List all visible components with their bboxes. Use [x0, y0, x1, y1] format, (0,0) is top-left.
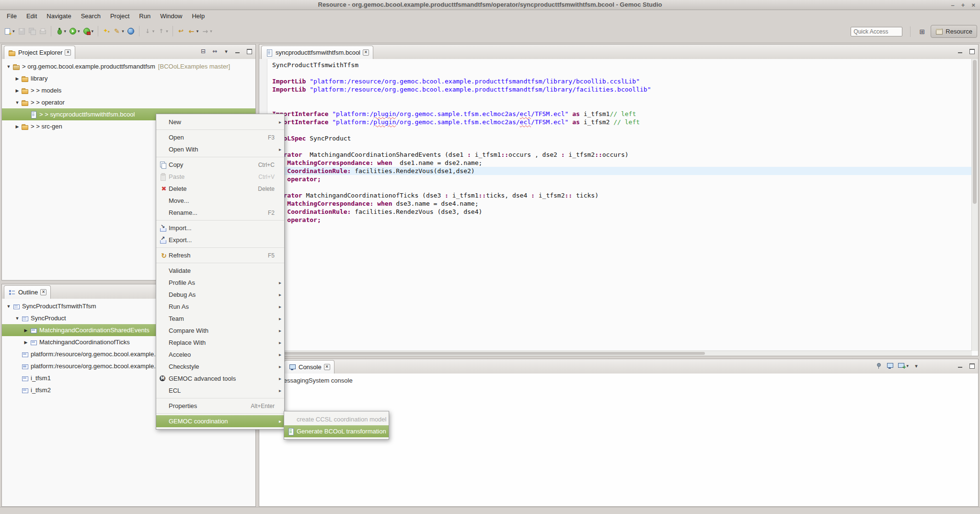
dropdown-arrow-icon[interactable]: ▾ — [196, 29, 199, 34]
menubar-file[interactable]: File — [2, 11, 22, 21]
scrollbar-thumb[interactable] — [973, 60, 977, 204]
close-tab-icon[interactable]: × — [40, 289, 46, 295]
pin-console-button[interactable] — [875, 362, 882, 370]
tab-outline[interactable]: Outline × — [4, 285, 51, 299]
menubar-search[interactable]: Search — [76, 11, 105, 21]
debug-button[interactable]: ▾ — [54, 25, 68, 37]
run-external-tools-button[interactable]: ▾ — [81, 25, 95, 37]
menubar-run[interactable]: Run — [134, 11, 155, 21]
menu-item-properties[interactable]: PropertiesAlt+Enter — [156, 400, 284, 412]
open-perspective-icon[interactable]: ⊞ — [918, 28, 926, 35]
menu-item-profile-as[interactable]: Profile As▸ — [156, 277, 284, 289]
new-gemoc-wizard-button[interactable] — [101, 25, 112, 37]
window-minimize-button[interactable]: – — [951, 1, 955, 9]
menubar-help[interactable]: Help — [187, 11, 209, 21]
tab-editor-syncproducttfsmwithtfsm[interactable]: syncproducttfsmwithtfsm.bcool × — [261, 46, 373, 59]
dropdown-arrow-icon[interactable]: ▾ — [906, 363, 909, 368]
menu-item-ecl[interactable]: ECL▸ — [156, 385, 284, 397]
editor-content[interactable]: SyncProductTfsmwithTfsmImportLib "platfo… — [259, 59, 978, 356]
menu-item-acceleo[interactable]: Acceleo▸ — [156, 349, 284, 361]
close-tab-icon[interactable]: × — [363, 49, 369, 56]
editor-vertical-scrollbar[interactable] — [971, 59, 978, 351]
menu-item-compare-with[interactable]: Compare With▸ — [156, 325, 284, 337]
explorer-tree-item[interactable]: ▼> > operator — [2, 96, 255, 108]
menu-item-checkstyle[interactable]: Checkstyle▸ — [156, 361, 284, 373]
menu-item-replace-with[interactable]: Replace With▸ — [156, 337, 284, 349]
collapse-icon[interactable]: ▼ — [5, 64, 12, 69]
menu-item-open-with[interactable]: Open With▸ — [156, 143, 284, 155]
menu-item-generate-bcool-transformation[interactable]: Generate BCOoL transformation — [284, 425, 389, 437]
code-line — [267, 126, 971, 134]
menu-item-delete[interactable]: DeleteDelete — [156, 183, 284, 195]
menu-item-import[interactable]: Import... — [156, 222, 284, 234]
collapse-icon[interactable]: ▼ — [13, 316, 21, 321]
dropdown-arrow-icon[interactable]: ▾ — [64, 29, 67, 34]
menu-item-run-as[interactable]: Run As▸ — [156, 301, 284, 313]
expand-icon[interactable]: ▶ — [13, 124, 21, 129]
dropdown-arrow-icon[interactable]: ▾ — [122, 29, 124, 34]
expand-icon[interactable]: ▶ — [13, 88, 21, 93]
dropdown-arrow-icon[interactable]: ▾ — [12, 29, 15, 34]
menu-item-refresh[interactable]: RefreshF5 — [156, 249, 284, 261]
maximize-view-button[interactable] — [968, 47, 976, 55]
open-console-button[interactable]: ▾ — [898, 362, 909, 370]
menu-item-team[interactable]: Team▸ — [156, 313, 284, 325]
dropdown-arrow-icon: ▾ — [152, 29, 155, 34]
view-menu-button[interactable] — [912, 362, 920, 370]
menu-item-export[interactable]: Export... — [156, 234, 284, 246]
collapse-icon[interactable]: ▼ — [5, 304, 12, 309]
menu-item-move[interactable]: Move... — [156, 195, 284, 207]
menu-item-gemoc-coordination[interactable]: GEMOC coordination▸ — [156, 415, 284, 427]
explorer-tree-item[interactable]: ▶> > models — [2, 84, 255, 96]
explorer-tree-item[interactable]: ▶library — [2, 72, 255, 84]
menu-item-open[interactable]: OpenF3 — [156, 131, 284, 143]
collapse-all-button[interactable] — [199, 47, 207, 55]
close-tab-icon[interactable]: × — [65, 49, 71, 56]
run-button[interactable]: ▾ — [68, 25, 81, 37]
menu-item-paste[interactable]: PasteCtrl+V — [156, 171, 284, 183]
tab-project-explorer[interactable]: Project Explorer × — [4, 46, 75, 59]
dropdown-arrow-icon[interactable]: ▾ — [78, 29, 80, 34]
tree-item-label: SyncProductTfsmwithTfsm — [22, 303, 96, 310]
menu-item-rename[interactable]: Rename...F2 — [156, 207, 284, 219]
view-menu-button[interactable] — [222, 47, 230, 55]
minimize-view-button[interactable] — [957, 362, 964, 370]
display-selected-console-button[interactable] — [886, 362, 894, 370]
minimize-view-button[interactable] — [957, 47, 964, 55]
quick-access-input[interactable] — [851, 27, 902, 36]
explorer-tree-item[interactable]: ▼> org.gemoc.bcool.example.producttfsman… — [2, 60, 255, 72]
expand-icon[interactable]: ▶ — [22, 340, 30, 345]
expand-icon[interactable]: ▶ — [22, 328, 30, 333]
menubar-edit[interactable]: Edit — [22, 11, 42, 21]
menubar-window[interactable]: Window — [155, 11, 187, 21]
back-button[interactable]: ▾ — [186, 25, 200, 37]
expand-icon[interactable]: ▶ — [13, 76, 21, 81]
editor-horizontal-scrollbar[interactable] — [267, 350, 972, 356]
menu-item-copy[interactable]: CopyCtrl+C — [156, 159, 284, 171]
window-close-button[interactable]: × — [971, 1, 975, 9]
window-maximize-button[interactable]: + — [961, 1, 965, 9]
annotate-button[interactable]: ▾ — [112, 25, 126, 37]
menu-item-new[interactable]: New▸ — [156, 116, 284, 128]
close-tab-icon[interactable]: × — [324, 364, 330, 370]
maximize-view-button[interactable] — [245, 47, 253, 55]
maximize-view-button[interactable] — [968, 362, 976, 370]
link-with-editor-button[interactable] — [211, 47, 219, 55]
open-web-browser-button[interactable] — [126, 25, 136, 37]
tab-console[interactable]: Console × — [284, 360, 334, 374]
menu-item-validate[interactable]: Validate — [156, 265, 284, 277]
menu-item-gemoc-advanced-tools[interactable]: GEMOC advanced tools▸ — [156, 373, 284, 385]
resource-perspective-button[interactable]: Resource — [931, 25, 977, 38]
submenu-arrow-icon: ▸ — [277, 292, 281, 297]
console-content[interactable]: MessagingSystem console — [259, 374, 978, 506]
menu-item-create-ccsl-coordination-model[interactable]: create CCSL coordination model — [284, 413, 389, 425]
scrollbar-thumb[interactable] — [268, 352, 705, 355]
new-wizard-button[interactable]: ▾ — [2, 25, 16, 37]
collapse-icon[interactable]: ▼ — [13, 100, 21, 105]
menubar-project[interactable]: Project — [105, 11, 134, 21]
last-edit-location-button[interactable] — [176, 25, 186, 37]
menubar-navigate[interactable]: Navigate — [42, 11, 76, 21]
dropdown-arrow-icon[interactable]: ▾ — [92, 29, 94, 34]
minimize-view-button[interactable] — [234, 47, 242, 55]
menu-item-debug-as[interactable]: Debug As▸ — [156, 289, 284, 301]
